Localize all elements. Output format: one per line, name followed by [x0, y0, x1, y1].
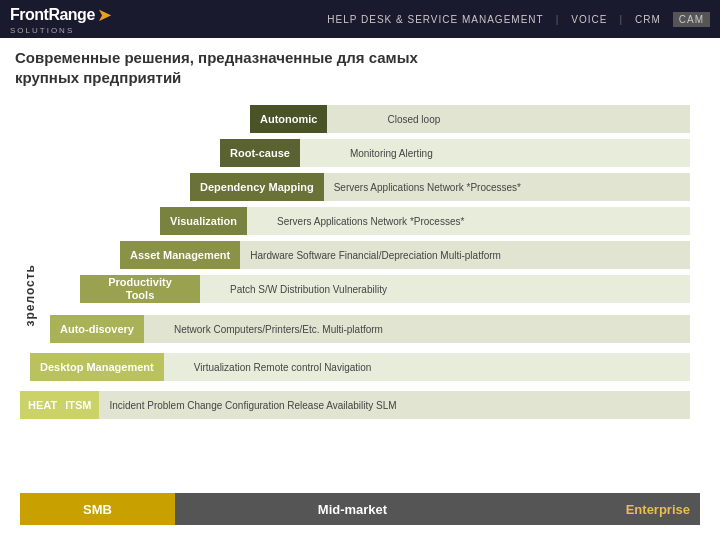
step-auto-discovery: Auto-disovery Network Computers/Printers… — [50, 315, 383, 343]
step-asset-label: Asset Management — [130, 249, 230, 261]
step-autonomic-detail: Closed loop — [387, 114, 440, 125]
bottom-midmarket: Mid-market — [175, 493, 530, 525]
bottom-smb: SMB — [20, 493, 175, 525]
nav-helpdesk: HELP DESK & SERVICE MANAGEMENT — [327, 14, 543, 25]
enterprise-label: Enterprise — [626, 502, 690, 517]
step-visualization: Visualization Servers Applications Netwo… — [160, 207, 464, 235]
maturity-text: зрелость — [23, 264, 37, 327]
step-asset-label-bg: Asset Management — [120, 241, 240, 269]
bottom-enterprise: Enterprise — [530, 493, 700, 525]
smb-label: SMB — [83, 502, 112, 517]
step-desktop-label-bg: Desktop Management — [30, 353, 164, 381]
logo-frontrange: FrontRange — [10, 6, 95, 24]
step-heat-label: HEAT — [28, 399, 57, 411]
cam-badge: CAM — [673, 12, 710, 27]
step-dependency-detail: Servers Applications Network *Processes* — [334, 182, 521, 193]
logo: FrontRange ➤ SOLUTIONS — [10, 4, 112, 35]
step-desktop-detail: Virtualization Remote control Navigation — [194, 362, 372, 373]
staircase-diagram: зрелость Autonomic Closed loop Root-caus… — [20, 95, 700, 515]
page-title: Современные решения, предназначенные для… — [15, 48, 705, 87]
step-root-cause-label: Root-cause — [230, 147, 290, 159]
step-autonomic-label: Autonomic — [260, 113, 317, 125]
step-dependency-label: Dependency Mapping — [200, 181, 314, 193]
step-auto-discovery-label: Auto-disovery — [60, 323, 134, 335]
nav-sep2: | — [619, 14, 623, 25]
step-root-cause: Root-cause Monitoring Alerting — [220, 139, 433, 167]
nav-voice: VOICE — [571, 14, 607, 25]
step-heat-itsm: HEAT ITSM Incident Problem Change Config… — [20, 391, 397, 419]
step-visualization-detail: Servers Applications Network *Processes* — [277, 216, 464, 227]
nav-crm: CRM — [635, 14, 661, 25]
step-asset-detail: Hardware Software Financial/Depreciation… — [250, 250, 501, 261]
step-productivity-detail: Patch S/W Distribution Vulnerability — [230, 284, 387, 295]
logo-solutions: SOLUTIONS — [10, 26, 112, 35]
step-autonomic: Autonomic Closed loop — [250, 105, 440, 133]
header-navigation: HELP DESK & SERVICE MANAGEMENT | VOICE |… — [327, 12, 710, 27]
nav-sep1: | — [556, 14, 560, 25]
step-heat-itsm-label-bg: HEAT ITSM — [20, 391, 99, 419]
step-productivity-label-bg: Productivity Tools — [80, 275, 200, 303]
step-visualization-label-bg: Visualization — [160, 207, 247, 235]
step-dependency: Dependency Mapping Servers Applications … — [190, 173, 521, 201]
step-root-cause-label-bg: Root-cause — [220, 139, 300, 167]
main-content: Современные решения, предназначенные для… — [0, 38, 720, 540]
title-line1: Современные решения, предназначенные для… — [15, 49, 418, 66]
step-auto-discovery-detail: Network Computers/Printers/Etc. Multi-pl… — [174, 324, 383, 335]
step-asset: Asset Management Hardware Software Finan… — [120, 241, 501, 269]
step-visualization-label: Visualization — [170, 215, 237, 227]
step-productivity-label: Productivity — [108, 276, 172, 289]
header: FrontRange ➤ SOLUTIONS HELP DESK & SERVI… — [0, 0, 720, 38]
logo-arrow-icon: ➤ — [97, 4, 112, 26]
step-auto-discovery-label-bg: Auto-disovery — [50, 315, 144, 343]
step-desktop: Desktop Management Virtualization Remote… — [30, 353, 371, 381]
title-line2: крупных предприятий — [15, 69, 181, 86]
step-root-cause-detail: Monitoring Alerting — [350, 148, 433, 159]
step-desktop-label: Desktop Management — [40, 361, 154, 373]
step-heat-itsm-detail: Incident Problem Change Configuration Re… — [109, 400, 396, 411]
step-autonomic-label-bg: Autonomic — [250, 105, 327, 133]
step-productivity: Productivity Tools Patch S/W Distributio… — [80, 275, 387, 303]
step-itsm-label: ITSM — [65, 399, 91, 411]
step-dependency-label-bg: Dependency Mapping — [190, 173, 324, 201]
bottom-bar: SMB Mid-market Enterprise — [20, 493, 700, 525]
midmarket-label: Mid-market — [318, 502, 387, 517]
